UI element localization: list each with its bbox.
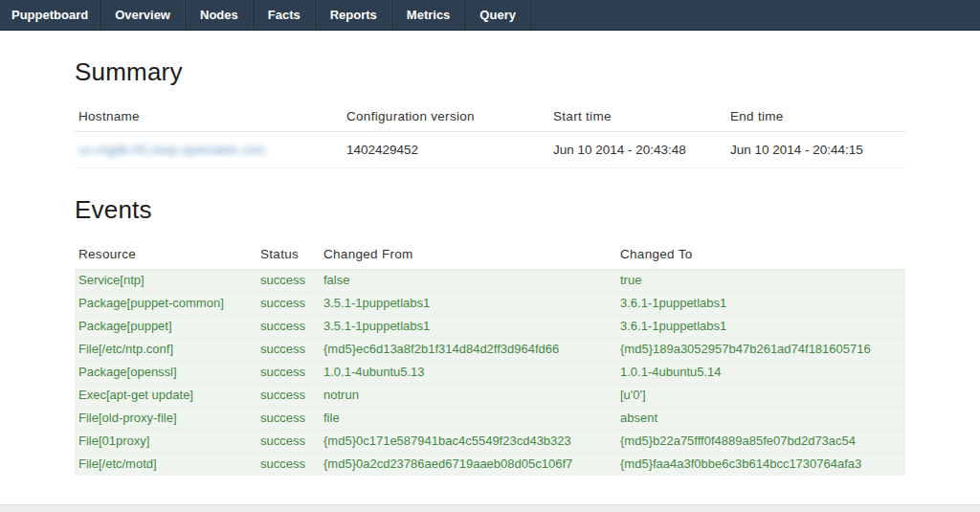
event-changed-from: {md5}0c171e587941bac4c5549f23cd43b323 — [320, 431, 616, 454]
event-status: success — [256, 339, 320, 362]
event-changed-to: 3.6.1-1puppetlabs1 — [616, 316, 905, 339]
event-changed-from: false — [320, 270, 616, 293]
event-changed-to: {md5}faa4a3f0bbe6c3b614bcc1730764afa3 — [616, 454, 905, 477]
nav-item-facts[interactable]: Facts — [254, 0, 316, 30]
summary-heading: Summary — [75, 57, 905, 87]
table-row: Package[puppet-common] success 3.5.1-1pu… — [75, 293, 905, 316]
event-resource: File[01proxy] — [75, 431, 256, 454]
event-changed-from: {md5}0a2cd23786aed6719aaeb08d05c106f7 — [320, 454, 616, 477]
event-changed-to: true — [616, 270, 905, 293]
events-col-changed-to: Changed To — [616, 238, 905, 270]
event-changed-from: {md5}ec6d13a8f2b1f314d84d2ff3d964fd66 — [320, 339, 616, 362]
table-row: File[/etc/ntp.conf] success {md5}ec6d13a… — [75, 339, 905, 362]
summary-row: uc-mgdb-05.stwp.opemable.com 1402429452 … — [75, 132, 905, 168]
table-row: Service[ntp] success false true — [75, 270, 905, 293]
event-resource: File[/etc/motd] — [75, 454, 256, 477]
event-changed-from: notrun — [320, 385, 616, 408]
event-resource: File[/etc/ntp.conf] — [75, 339, 256, 362]
event-status: success — [256, 431, 320, 454]
event-changed-to: {md5}189a3052957b47b261ad74f181605716 — [616, 339, 905, 362]
events-col-status: Status — [256, 238, 320, 270]
nav-item-query[interactable]: Query — [465, 0, 531, 30]
events-table: Resource Status Changed From Changed To … — [75, 238, 905, 476]
nav-item-reports[interactable]: Reports — [316, 0, 392, 30]
nav-item-overview[interactable]: Overview — [100, 0, 186, 30]
navbar: Puppetboard Overview Nodes Facts Reports… — [0, 0, 980, 31]
events-col-changed-from: Changed From — [320, 238, 616, 270]
footer: Copyright © 2013-2014 Daniele Sluijters.… — [0, 504, 980, 512]
table-row: Package[openssl] success 1.0.1-4ubuntu5.… — [75, 362, 905, 385]
table-row: Package[puppet] success 3.5.1-1puppetlab… — [75, 316, 905, 339]
event-status: success — [256, 293, 320, 316]
event-changed-to: [u'0'] — [616, 385, 905, 408]
event-status: success — [256, 454, 320, 477]
event-changed-to: absent — [616, 408, 905, 431]
nav-item-nodes[interactable]: Nodes — [186, 0, 254, 30]
table-row: File[old-proxy-file] success file absent — [75, 408, 905, 431]
table-row: Exec[apt-get update] success notrun [u'0… — [75, 385, 905, 408]
configuration-version-value: 1402429452 — [343, 132, 549, 168]
event-resource: Exec[apt-get update] — [75, 385, 256, 408]
event-resource: File[old-proxy-file] — [75, 408, 256, 431]
end-time-value: Jun 10 2014 - 20:44:15 — [726, 132, 905, 168]
start-time-value: Jun 10 2014 - 20:43:48 — [549, 132, 726, 168]
navbar-brand-puppetboard[interactable]: Puppetboard — [0, 0, 100, 30]
events-col-resource: Resource — [75, 238, 256, 270]
summary-col-start-time: Start time — [549, 100, 726, 132]
event-changed-from: 3.5.1-1puppetlabs1 — [320, 316, 616, 339]
summary-col-hostname: Hostname — [75, 100, 343, 132]
event-changed-from: 1.0.1-4ubuntu5.13 — [320, 362, 616, 385]
event-changed-to: 1.0.1-4ubuntu5.14 — [616, 362, 905, 385]
event-status: success — [256, 270, 320, 293]
summary-col-end-time: End time — [726, 100, 905, 132]
event-resource: Package[openssl] — [75, 362, 256, 385]
event-resource: Package[puppet-common] — [75, 293, 256, 316]
events-heading: Events — [75, 195, 905, 225]
event-changed-from: 3.5.1-1puppetlabs1 — [320, 293, 616, 316]
nav-item-metrics[interactable]: Metrics — [392, 0, 466, 30]
event-status: success — [256, 385, 320, 408]
table-row: File[/etc/motd] success {md5}0a2cd23786a… — [75, 454, 905, 477]
summary-table: Hostname Configuration version Start tim… — [75, 100, 905, 168]
event-status: success — [256, 316, 320, 339]
event-changed-to: 3.6.1-1puppetlabs1 — [616, 293, 905, 316]
hostname-link-redacted[interactable]: uc-mgdb-05.stwp.opemable.com — [78, 143, 266, 157]
event-resource: Package[puppet] — [75, 316, 256, 339]
main-content: Summary Hostname Configuration version S… — [0, 31, 980, 504]
event-changed-from: file — [320, 408, 616, 431]
event-changed-to: {md5}b22a75fff0f4889a85fe07bd2d73ac54 — [616, 431, 905, 454]
event-status: success — [256, 408, 320, 431]
event-status: success — [256, 362, 320, 385]
table-row: File[01proxy] success {md5}0c171e587941b… — [75, 431, 905, 454]
event-resource: Service[ntp] — [75, 270, 256, 293]
summary-col-configuration-version: Configuration version — [343, 100, 549, 132]
